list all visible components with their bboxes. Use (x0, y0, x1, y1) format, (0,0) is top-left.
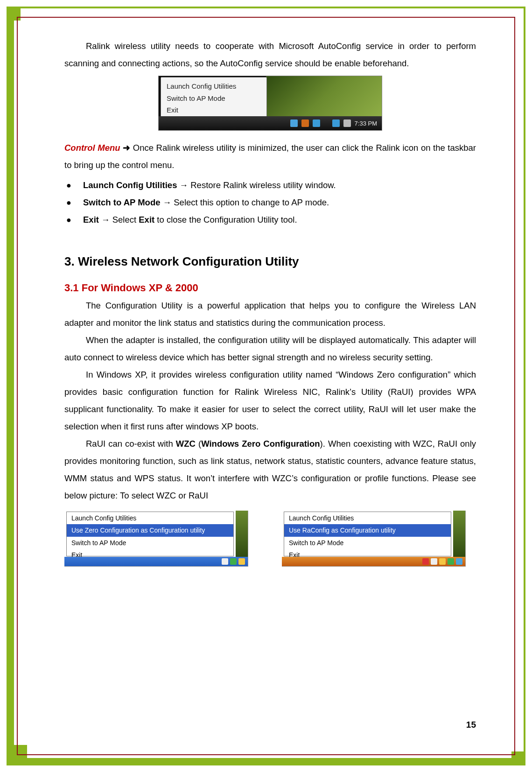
screenshot-xp-raconfig: Launch Config Utilities Use RaConfig as … (282, 511, 466, 567)
vista-context-menu: Launch Config Utilities Switch to AP Mod… (161, 77, 267, 117)
section-heading: 3. Wireless Network Configuration Utilit… (64, 254, 476, 269)
wzc-b2: Windows Zero Configuration (201, 439, 320, 449)
xp-menu-item-ap[interactable]: Switch to AP Mode (284, 537, 451, 549)
vista-taskbar: 7:33 PM (159, 116, 382, 130)
xp-menu-item-launch[interactable]: Launch Config Utilities (67, 512, 233, 524)
xp-tray-icon[interactable] (222, 558, 228, 565)
sub-heading: 3.1 For Windows XP & 2000 (64, 282, 476, 294)
arrow-right-icon: → (163, 197, 172, 207)
arrow-right-icon: ➜ (123, 143, 130, 153)
bullet-icon: ● (64, 177, 83, 194)
control-menu-paragraph: Control Menu ➜ Once Ralink wireless util… (64, 139, 476, 174)
shield-tray-icon[interactable] (301, 119, 309, 127)
bullet-icon: ● (64, 194, 83, 211)
xp-wallpaper-strip (236, 511, 248, 558)
control-menu-title: Control Menu (64, 143, 120, 153)
wzc-pre: RaUI can co-exist with (86, 439, 176, 449)
bullet-label: Switch to AP Mode (83, 197, 160, 207)
xp-menu-item-launch[interactable]: Launch Config Utilities (284, 512, 451, 524)
page-body: Ralink wireless utility needs to coopera… (64, 37, 476, 730)
xp-context-menu-right: Launch Config Utilities Use RaConfig as … (284, 512, 451, 556)
xp-tray-icon[interactable] (431, 558, 437, 565)
volume-tray-icon[interactable] (343, 119, 351, 127)
bullet-icon: ● (64, 211, 83, 228)
shield-tray-icon[interactable] (439, 558, 446, 565)
ralink-tray-icon[interactable] (290, 119, 298, 127)
bullet-rest: Select this option to change to AP mode. (174, 197, 329, 207)
page-number: 15 (466, 720, 476, 730)
bullet-rest-bold: Exit (139, 215, 154, 225)
bullet-rest-post: to close the Configuration Utility tool. (154, 215, 297, 225)
screenshot-vista-tray: Launch Config Utilities Switch to AP Mod… (158, 76, 382, 131)
wzc-mid: ( (196, 439, 201, 449)
arrow-right-icon: → (180, 180, 189, 190)
ralink-tray-icon[interactable] (448, 558, 454, 565)
vista-clock: 7:33 PM (355, 120, 377, 127)
close-tray-icon[interactable] (422, 558, 429, 565)
bullet-text: Switch to AP Mode → Select this option t… (83, 194, 476, 211)
xp-screenshot-row: Launch Config Utilities Use Zero Configu… (64, 511, 476, 567)
xp-wallpaper-strip (453, 511, 465, 558)
bullet-list: ● Launch Config Utilities → Restore Rali… (64, 176, 476, 228)
vista-menu-item-launch[interactable]: Launch Config Utilities (167, 80, 261, 92)
para-wzc: RaUI can co-exist with WZC (Windows Zero… (64, 435, 476, 504)
xp-menu-item-raconfig[interactable]: Use RaConfig as Configuration utility (284, 524, 451, 536)
bullet-item-exit: ● Exit → Select Exit to close the Config… (64, 211, 476, 228)
vista-menu-item-exit[interactable]: Exit (167, 104, 261, 116)
vista-wallpaper (266, 76, 382, 117)
bullet-item-ap: ● Switch to AP Mode → Select this option… (64, 194, 476, 211)
network-tray-icon[interactable] (313, 119, 320, 127)
screenshot-xp-wzc: Launch Config Utilities Use Zero Configu… (64, 511, 248, 567)
xp-menu-item-ap[interactable]: Switch to AP Mode (67, 537, 233, 549)
vista-menu-item-ap[interactable]: Switch to AP Mode (167, 92, 261, 105)
wzc-b1: WZC (176, 439, 196, 449)
wireless-tray-icon[interactable] (456, 558, 462, 565)
intro-paragraph: Ralink wireless utility needs to coopera… (64, 37, 476, 72)
network2-tray-icon[interactable] (332, 119, 340, 127)
bullet-text: Exit → Select Exit to close the Configur… (83, 211, 476, 228)
bullet-label: Launch Config Utilities (83, 180, 177, 190)
para-1: The Configuration Utility is a powerful … (64, 297, 476, 331)
xp-taskbar-right (282, 557, 465, 566)
bullet-rest-pre: Select (112, 215, 139, 225)
bullet-item-launch: ● Launch Config Utilities → Restore Rali… (64, 176, 476, 194)
wireless-tray-icon[interactable] (238, 558, 245, 565)
xp-context-menu-left: Launch Config Utilities Use Zero Configu… (66, 512, 234, 556)
ralink-tray-icon[interactable] (230, 558, 237, 565)
bullet-rest: Restore Ralink wireless utility window. (190, 180, 336, 190)
para-3: In Windows XP, it provides wireless conf… (64, 366, 476, 435)
arrow-right-icon: → (101, 215, 110, 225)
bullet-label: Exit (83, 215, 99, 225)
para-2: When the adapter is installed, the confi… (64, 331, 476, 366)
bullet-text: Launch Config Utilities → Restore Ralink… (83, 176, 476, 194)
xp-menu-item-zeroconfig[interactable]: Use Zero Configuration as Configuration … (67, 524, 233, 536)
xp-taskbar-left (64, 557, 248, 566)
